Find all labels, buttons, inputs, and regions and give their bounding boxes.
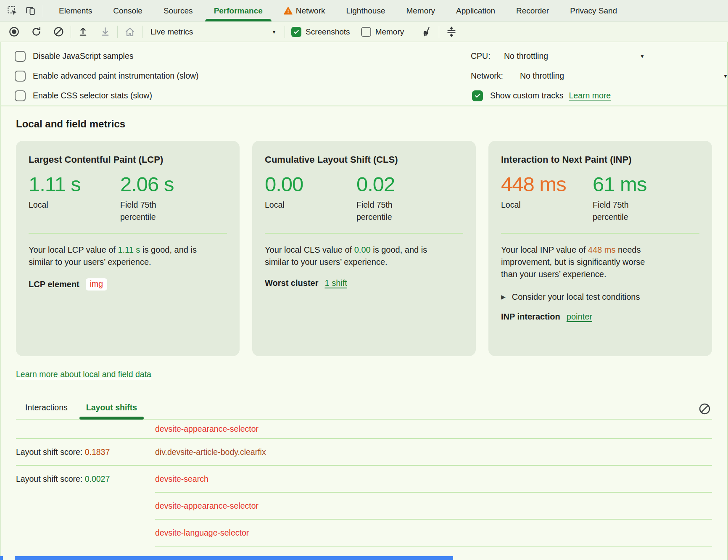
cls-local-value: 0.00	[265, 174, 356, 195]
clear-icon[interactable]	[53, 26, 64, 37]
inp-local-value: 448 ms	[501, 174, 593, 195]
tab-privacy-sandbox[interactable]: Privacy Sand	[559, 0, 628, 21]
local-label: Local	[265, 199, 356, 211]
custom-tracks-row: Show custom tracks Learn more	[471, 86, 728, 106]
shift-row[interactable]: devsite-appearance-selector	[16, 493, 712, 519]
tab-elements[interactable]: Elements	[48, 0, 103, 21]
inp-field-value: 61 ms	[593, 174, 646, 195]
field-label: Field 75th percentile	[593, 199, 645, 223]
lcp-element-link[interactable]: img	[86, 278, 107, 291]
local-test-conditions-expander[interactable]: ▶ Consider your local test conditions	[501, 292, 699, 302]
log-tabs: Interactions Layout shifts	[16, 395, 712, 420]
devtools-window: Elements Console Sources Performance Net…	[0, 0, 728, 560]
lcp-field-value: 2.06 s	[120, 174, 174, 195]
network-throttling-row: Network: No throttling ▼	[471, 66, 728, 86]
shift-element-link[interactable]: devsite-appearance-selector	[155, 501, 258, 511]
shift-row[interactable]: Layout shift score: 0.0027 devsite-searc…	[16, 466, 712, 492]
custom-tracks-learn-more-link[interactable]: Learn more	[569, 91, 611, 100]
inp-interaction-link[interactable]: pointer	[567, 312, 592, 322]
network-label: Network:	[471, 71, 503, 81]
expand-triangle-icon: ▶	[501, 293, 506, 300]
tab-memory[interactable]: Memory	[396, 0, 446, 21]
shift-row[interactable]: Layout shift score: 0.1837 div.devsite-a…	[16, 439, 712, 465]
tab-interactions[interactable]: Interactions	[24, 403, 69, 419]
tab-console[interactable]: Console	[103, 0, 153, 21]
devtools-tabbar: Elements Console Sources Performance Net…	[0, 0, 728, 22]
screenshots-toggle[interactable]: Screenshots	[291, 27, 350, 37]
view-mode-select[interactable]: Live metrics ▼	[150, 27, 277, 37]
local-label: Local	[29, 199, 120, 211]
screenshot-strip-edge	[0, 556, 3, 560]
metric-cards: Largest Contentful Paint (LCP) 1.11 s Lo…	[16, 141, 712, 356]
screenshots-checkbox[interactable]	[291, 27, 301, 37]
tab-performance[interactable]: Performance	[203, 0, 273, 21]
gc-broom-icon[interactable]	[421, 26, 433, 38]
field-label: Field 75th percentile	[356, 199, 409, 223]
shift-score: 0.0027	[85, 474, 110, 483]
collapse-icon[interactable]	[446, 26, 457, 38]
reload-record-icon[interactable]	[31, 26, 42, 37]
screenshots-label: Screenshots	[306, 27, 350, 37]
tab-application[interactable]: Application	[446, 0, 506, 21]
worst-cluster-link[interactable]: 1 shift	[324, 278, 347, 288]
memory-checkbox[interactable]	[361, 27, 371, 37]
upload-profile-icon[interactable]	[77, 26, 89, 37]
metric-card-cls: Cumulative Layout Shift (CLS) 0.00 Local…	[252, 141, 476, 356]
tab-lighthouse[interactable]: Lighthouse	[335, 0, 396, 21]
disable-js-samples-checkbox[interactable]	[15, 51, 26, 62]
inp-description: Your local INP value of 448 ms needs imp…	[501, 244, 663, 280]
card-divider	[501, 233, 699, 234]
show-custom-tracks-checkbox[interactable]	[472, 90, 483, 101]
card-title: Cumulative Layout Shift (CLS)	[265, 154, 463, 165]
toolbar-separator	[117, 26, 118, 38]
block-clear-icon[interactable]	[698, 402, 711, 415]
dropdown-caret-icon[interactable]: ▼	[640, 53, 645, 59]
lcp-local-value: 1.11 s	[29, 174, 120, 195]
home-icon[interactable]	[124, 26, 136, 38]
layout-shift-list: devsite-appearance-selector Layout shift…	[16, 420, 712, 560]
worst-cluster-label: Worst cluster	[265, 278, 318, 288]
capture-settings: Disable JavaScript samples Enable advanc…	[1, 42, 727, 106]
field-label: Field 75th percentile	[120, 199, 173, 223]
inp-interaction-label: INP interaction	[501, 312, 560, 322]
shift-element-link[interactable]: div.devsite-article-body.clearfix	[155, 447, 266, 457]
tab-sources[interactable]: Sources	[153, 0, 203, 21]
dropdown-caret-icon[interactable]: ▼	[723, 73, 728, 79]
memory-toggle[interactable]: Memory	[361, 27, 404, 37]
warning-icon	[284, 7, 293, 15]
inspect-element-icon[interactable]	[7, 5, 18, 16]
shift-element-link[interactable]: devsite-search	[155, 474, 208, 484]
card-title: Interaction to Next Paint (INP)	[501, 154, 699, 165]
toolbar-separator	[285, 26, 285, 38]
metric-card-inp: Interaction to Next Paint (INP) 448 ms L…	[488, 141, 712, 356]
tab-network[interactable]: Network	[273, 0, 336, 21]
download-profile-icon[interactable]	[100, 26, 111, 37]
toolbar-separator	[71, 26, 71, 38]
toolbar-separator	[142, 26, 142, 38]
cpu-label: CPU:	[471, 51, 491, 61]
cpu-throttling-row: CPU: No throttling ▼	[471, 46, 728, 66]
panel-tabs: Elements Console Sources Performance Net…	[48, 0, 628, 21]
page-title: Local and field metrics	[16, 118, 712, 130]
network-throttling-select[interactable]: No throttling	[520, 71, 564, 81]
advanced-paint-checkbox[interactable]	[15, 71, 26, 82]
card-title: Largest Contentful Paint (LCP)	[29, 154, 227, 165]
tab-layout-shifts[interactable]: Layout shifts	[85, 403, 138, 419]
tab-recorder[interactable]: Recorder	[506, 0, 559, 21]
shift-row[interactable]: devsite-language-selector	[16, 520, 712, 546]
shift-element-link[interactable]: devsite-language-selector	[155, 528, 249, 538]
lcp-element-label: LCP element	[29, 280, 79, 289]
toolbar-separator	[439, 26, 439, 38]
memory-label: Memory	[375, 27, 404, 37]
shift-element-link[interactable]: devsite-appearance-selector	[155, 424, 258, 434]
shift-row[interactable]: devsite-appearance-selector	[16, 420, 712, 438]
device-toolbar-icon[interactable]	[25, 5, 36, 16]
performance-toolbar: Live metrics ▼ Screenshots Memory	[0, 22, 728, 42]
learn-more-field-data-link[interactable]: Learn more about local and field data	[16, 370, 151, 379]
record-icon[interactable]	[8, 26, 20, 37]
metric-card-lcp: Largest Contentful Paint (LCP) 1.11 s Lo…	[16, 141, 240, 356]
css-selector-stats-checkbox[interactable]	[15, 90, 26, 101]
cls-description: Your local CLS value of 0.00 is good, an…	[265, 244, 441, 268]
cpu-throttling-select[interactable]: No throttling	[504, 51, 548, 61]
screenshot-strip-partial	[15, 556, 453, 560]
